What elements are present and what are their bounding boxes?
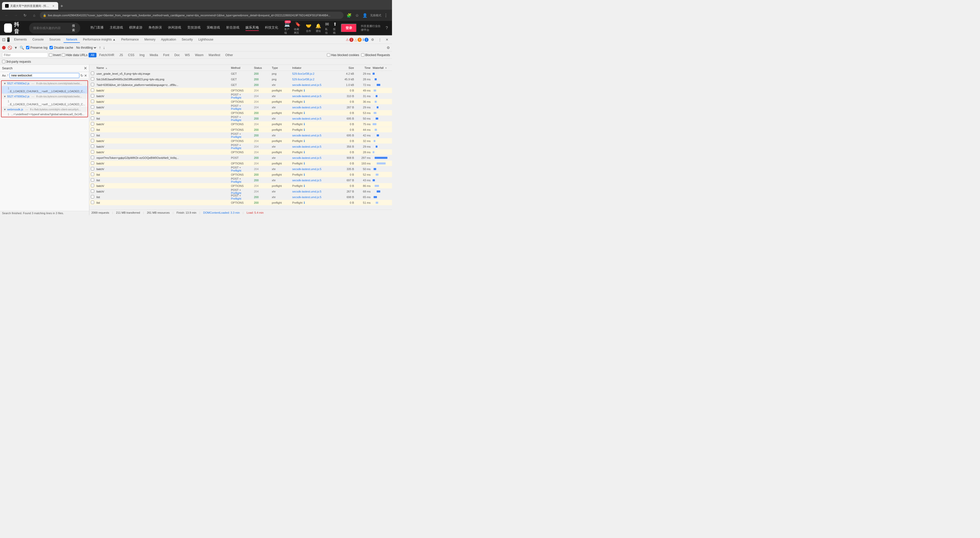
bookmark-button[interactable]: ☆ <box>354 13 360 18</box>
row-checkbox-cell[interactable] <box>89 167 95 171</box>
hide-data-urls-checkbox-label[interactable]: Hide data URLs <box>62 53 88 57</box>
table-row[interactable]: batch/ POST + Preflight 204 xhr secsdk-l… <box>89 166 392 172</box>
row-checkbox[interactable] <box>91 144 94 148</box>
nav-link-console[interactable]: 主机游戏 <box>110 25 123 31</box>
bookmark-web-button[interactable]: 🔖 收藏网页 <box>294 21 302 35</box>
hide-data-urls-checkbox[interactable] <box>62 53 65 57</box>
preflight-link[interactable]: Preflight <box>231 96 241 99</box>
row-initiator[interactable]: 529.6ce1ef38.js:2 <box>291 72 337 75</box>
row-initiator[interactable]: Preflight ℹ <box>291 122 337 126</box>
search-close-button[interactable]: ✕ <box>84 66 87 71</box>
disable-cache-checkbox[interactable] <box>49 46 53 49</box>
nav-link-hot[interactable]: 热门直播 <box>90 25 103 31</box>
col-header-time[interactable]: Time <box>355 66 372 69</box>
table-row[interactable]: list OPTIONS 200 preflight Preflight ℹ 0… <box>89 172 392 178</box>
table-row[interactable]: batch/ OPTIONS 204 preflight Preflight ℹ… <box>89 160 392 166</box>
row-checkbox-cell[interactable] <box>89 189 95 193</box>
export-button[interactable]: ↓ <box>103 45 105 50</box>
row-checkbox[interactable] <box>91 201 94 204</box>
row-checkbox-cell[interactable] <box>89 122 95 126</box>
client-button[interactable]: 💻 NEW 客户端 <box>284 21 290 35</box>
nav-link-board[interactable]: 棋牌桌游 <box>129 25 142 31</box>
notification-button[interactable]: 🔔 通知 <box>315 23 321 33</box>
nav-link-esports[interactable]: 竞技游戏 <box>187 25 200 31</box>
search-file-header-1[interactable]: ▼ 5527.470083e2.js — lf-cdn-tos.bytescm.… <box>2 81 88 86</box>
row-initiator[interactable]: Preflight ℹ <box>291 89 337 92</box>
preflight-link[interactable]: Preflight <box>231 180 241 183</box>
row-checkbox[interactable] <box>91 167 94 170</box>
preserve-log-checkbox[interactable] <box>26 46 29 49</box>
forward-button[interactable]: → <box>12 12 19 19</box>
row-checkbox-cell[interactable] <box>89 71 95 76</box>
search-result-item-3[interactable]: 1 ...='undefined'==typeof window?global:… <box>2 112 88 116</box>
table-row[interactable]: list OPTIONS 200 preflight Preflight ℹ 0… <box>89 127 392 133</box>
row-initiator[interactable]: secsdk-lastest.umd.js:5 <box>291 179 337 182</box>
preflight-link[interactable]: Preflight <box>231 147 241 150</box>
search-file-header-2[interactable]: ▼ 5527.470083e2.js — lf-cdn-tos.bytescm.… <box>2 94 88 99</box>
address-bar[interactable]: 🔒 live.douyin.com/429643541031?cover_typ… <box>40 12 344 19</box>
nav-link-casual[interactable]: 休闲游戏 <box>168 25 181 31</box>
row-checkbox[interactable] <box>91 100 94 103</box>
filter-wasm-button[interactable]: Wasm <box>192 53 206 57</box>
preflight-info-icon[interactable]: ℹ <box>304 162 305 165</box>
blocked-requests-checkbox[interactable] <box>361 53 364 57</box>
preflight-info-icon[interactable]: ℹ <box>304 111 305 115</box>
search-result-item[interactable]: 1 ...E_LOADED_CHUNKS__=self.__LOADABLE_L… <box>2 86 88 94</box>
inspect-icon[interactable]: ⊡ <box>2 37 5 42</box>
row-checkbox[interactable] <box>91 89 94 92</box>
preflight-info-icon[interactable]: ℹ <box>304 201 305 205</box>
preflight-info-icon[interactable]: ℹ <box>304 128 305 132</box>
col-header-name[interactable]: Name ▲ <box>95 66 230 69</box>
home-button[interactable]: ⌂ <box>30 12 38 19</box>
device-icon[interactable]: 📱 <box>6 37 11 42</box>
nav-link-shooter[interactable]: 射击游戏 <box>226 25 239 31</box>
throttle-select[interactable]: No throttling <box>75 46 97 50</box>
row-checkbox[interactable] <box>91 94 94 97</box>
row-initiator[interactable]: Preflight ℹ <box>291 201 337 205</box>
filter-all-button[interactable]: All <box>89 53 97 57</box>
filter-img-button[interactable]: Img <box>137 53 147 57</box>
row-checkbox-cell[interactable] <box>89 89 95 92</box>
new-tab-button[interactable]: + <box>58 3 65 10</box>
row-checkbox[interactable] <box>91 71 94 75</box>
row-initiator[interactable]: 529.6ce1ef38.js:2 <box>291 78 337 81</box>
tab-application[interactable]: Application <box>159 37 179 43</box>
site-search-input[interactable] <box>33 26 69 30</box>
table-row[interactable]: batch/ OPTIONS 204 preflight Preflight ℹ… <box>89 88 392 93</box>
row-initiator[interactable]: Preflight ℹ <box>291 151 337 154</box>
table-row[interactable]: batch/ OPTIONS 204 preflight Preflight ℹ… <box>89 121 392 127</box>
help-icon[interactable]: ? <box>386 26 388 30</box>
preserve-log-checkbox-label[interactable]: Preserve log <box>26 46 48 49</box>
filter-icon-button[interactable]: ▼ <box>14 46 18 50</box>
table-row[interactable]: list OPTIONS 200 preflight Preflight ℹ 0… <box>89 200 392 206</box>
case-sensitive-label[interactable]: Aa <box>2 74 6 77</box>
row-checkbox-cell[interactable] <box>89 156 95 160</box>
third-party-checkbox[interactable] <box>2 60 5 63</box>
tab-performance-insights[interactable]: Performance insights ▲ <box>80 37 118 43</box>
row-checkbox[interactable] <box>91 195 94 198</box>
tab-console[interactable]: Console <box>30 37 46 43</box>
col-header-size[interactable]: Size <box>337 66 355 69</box>
row-checkbox-cell[interactable] <box>89 133 95 137</box>
filter-manifest-button[interactable]: Manifest <box>206 53 222 57</box>
filter-doc-button[interactable]: Doc <box>172 53 182 57</box>
table-row[interactable]: list POST + Preflight 200 xhr secsdk-las… <box>89 133 392 138</box>
row-initiator[interactable]: Preflight ℹ <box>291 100 337 103</box>
search-input[interactable] <box>10 73 80 78</box>
profile-button[interactable]: 👤 <box>361 13 369 18</box>
third-party-checkbox-label[interactable]: 3rd-party requests <box>2 60 31 63</box>
table-row[interactable]: ?aid=6383&live_id=1&device_platform=web&… <box>89 82 392 88</box>
partner-button[interactable]: 🤝 合作 <box>306 23 311 33</box>
nav-link-tech[interactable]: 科技文化 <box>265 25 278 31</box>
row-initiator[interactable]: secsdk-lastest.umd.js:5 <box>291 145 337 148</box>
regex-label[interactable]: .* <box>6 74 8 77</box>
invert-checkbox-label[interactable]: Invert <box>49 53 61 57</box>
clear-button[interactable]: 🚫 <box>8 46 12 50</box>
search-clear-button[interactable]: ✕ <box>84 74 87 78</box>
row-initiator[interactable]: Preflight ℹ <box>291 162 337 165</box>
refresh-button[interactable]: ↻ <box>21 12 29 19</box>
row-checkbox[interactable] <box>91 139 94 142</box>
preflight-info-icon[interactable]: ℹ <box>304 173 305 176</box>
row-initiator[interactable]: secsdk-lastest.umd.js:5 <box>291 156 337 159</box>
row-initiator[interactable]: secsdk-lastest.umd.js:5 <box>291 117 337 120</box>
